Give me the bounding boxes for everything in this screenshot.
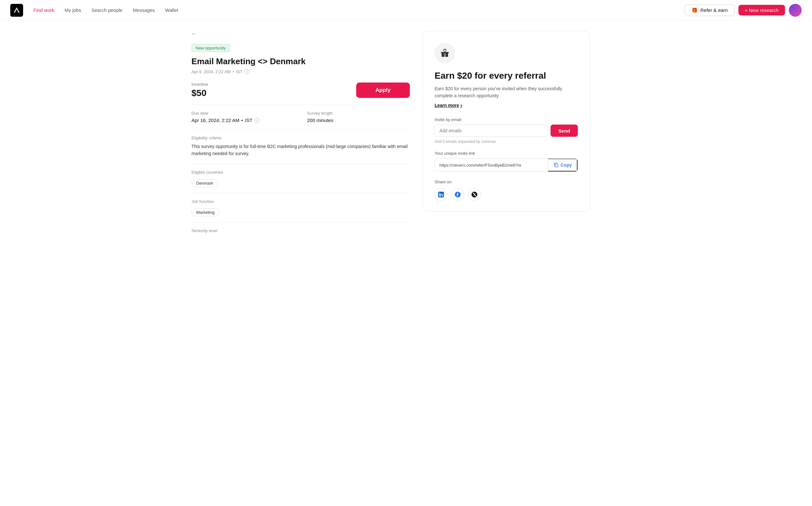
svg-rect-4	[445, 53, 448, 57]
learn-more-link[interactable]: Learn more	[434, 102, 462, 108]
facebook-share-button[interactable]	[451, 188, 464, 201]
timezone-info-icon: i	[244, 69, 250, 74]
svg-rect-6	[555, 164, 558, 167]
link-value: https://cleverx.com/refer/FSxnByeB2me8?r…	[435, 160, 548, 171]
linkedin-share-button[interactable]	[434, 188, 448, 201]
invite-email-label: Invite by email	[434, 117, 578, 122]
eligibility-section: Eligibility criteria This survey opportu…	[191, 136, 410, 157]
posted-date: Apr 9, 2024, 2:22 AM	[191, 69, 231, 74]
new-research-button[interactable]: + New research	[738, 5, 785, 15]
email-input[interactable]	[434, 124, 547, 137]
nav-my-jobs[interactable]: My jobs	[65, 7, 81, 13]
gift-icon-wrap	[434, 43, 455, 63]
job-function-section: Job function Marketing	[191, 199, 410, 217]
nav-wallet[interactable]: Wallet	[165, 7, 178, 13]
twitter-x-share-button[interactable]	[468, 188, 481, 201]
svg-point-9	[439, 193, 440, 194]
survey-length-label: Survey length	[307, 111, 410, 115]
invite-email-row: Send	[434, 124, 578, 137]
nav-actions: 🎁 Refer & earn + New research	[685, 4, 802, 17]
nav-search-people[interactable]: Search people	[92, 7, 123, 13]
countries-label: Eligible countries	[191, 170, 410, 175]
countries-section: Eligible countries Denmark	[191, 170, 410, 187]
apply-button[interactable]: Apply	[356, 83, 410, 98]
refer-earn-button[interactable]: 🎁 Refer & earn	[685, 4, 734, 16]
brand-logo	[10, 4, 23, 17]
nav-find-work[interactable]: Find work	[33, 7, 54, 13]
incentive-amount: $50	[191, 88, 208, 98]
linkedin-icon	[438, 192, 444, 197]
due-date-col: Due date Apr 16, 2024, 2:22 AM • IST i	[191, 111, 294, 123]
navbar: Find work My jobs Search people Messages…	[0, 0, 812, 20]
send-button[interactable]: Send	[551, 124, 578, 137]
job-function-tag: Marketing	[191, 208, 219, 217]
main-content: ← New opportunity Email Marketing <> Den…	[181, 20, 631, 246]
left-panel: ← New opportunity Email Marketing <> Den…	[191, 31, 410, 236]
unique-link-label: Your unique invite link	[434, 151, 578, 156]
back-arrow-icon: ←	[191, 31, 196, 36]
svg-rect-8	[439, 194, 440, 196]
survey-length-value: 200 minutes	[307, 117, 410, 123]
back-button[interactable]: ←	[191, 31, 196, 36]
job-title: Email Marketing <> Denmark	[191, 57, 410, 67]
divider-2	[191, 130, 410, 130]
invite-hint: Add 5 emails separated by commas	[434, 139, 578, 144]
link-row: https://cleverx.com/refer/FSxnByeB2me8?r…	[434, 158, 578, 172]
refer-earn-label: Refer & earn	[700, 7, 728, 13]
referral-card: Earn $20 for every referral Earn $20 for…	[423, 31, 590, 212]
unique-link-section: Your unique invite link https://cleverx.…	[434, 151, 578, 172]
detail-row: Due date Apr 16, 2024, 2:22 AM • IST i S…	[191, 111, 410, 123]
nav-links: Find work My jobs Search people Messages…	[33, 7, 685, 13]
incentive-label: Incentive	[191, 82, 208, 87]
country-tag: Denmark	[191, 179, 218, 187]
timezone: IST	[236, 69, 243, 74]
copy-button[interactable]: Copy	[548, 159, 577, 171]
share-section: Share on	[434, 179, 578, 201]
survey-length-col: Survey length 200 minutes	[307, 111, 410, 123]
invite-email-section: Invite by email Send Add 5 emails separa…	[434, 117, 578, 144]
share-icons	[434, 188, 578, 201]
divider-4	[191, 193, 410, 193]
svg-rect-3	[442, 53, 444, 57]
due-date-value: Apr 16, 2024, 2:22 AM • IST i	[191, 117, 294, 123]
due-date-info-icon: i	[254, 118, 259, 123]
referral-description: Earn $20 for every person you've invited…	[434, 85, 578, 99]
divider-5	[191, 222, 410, 223]
facebook-icon	[455, 192, 461, 197]
right-panel: Earn $20 for every referral Earn $20 for…	[423, 31, 590, 236]
seniority-section: Seniority level	[191, 228, 410, 233]
share-on-label: Share on	[434, 179, 578, 184]
new-opportunity-badge: New opportunity	[191, 44, 230, 52]
referral-heading: Earn $20 for every referral	[434, 70, 578, 81]
chevron-right-icon	[460, 102, 462, 108]
nav-messages[interactable]: Messages	[133, 7, 155, 13]
divider-3	[191, 164, 410, 164]
x-twitter-icon	[472, 192, 477, 197]
copy-label: Copy	[561, 162, 572, 168]
copy-icon	[553, 162, 559, 168]
learn-more-label: Learn more	[434, 103, 459, 108]
incentive-block: Incentive $50	[191, 82, 208, 98]
job-function-label: Job function	[191, 199, 410, 204]
incentive-row: Incentive $50 Apply	[191, 82, 410, 98]
gift-icon: 🎁	[692, 7, 698, 13]
divider-1	[191, 105, 410, 105]
eligibility-label: Eligibility criteria	[191, 136, 410, 140]
seniority-label: Seniority level	[191, 228, 410, 233]
job-meta: Apr 9, 2024, 2:22 AM • IST i	[191, 69, 410, 74]
gift-svg-icon	[440, 48, 450, 58]
user-avatar[interactable]	[789, 4, 802, 17]
new-research-label: + New research	[745, 7, 779, 13]
eligibility-text: This survey opportunity is for full-time…	[191, 143, 410, 157]
due-date-label: Due date	[191, 111, 294, 115]
